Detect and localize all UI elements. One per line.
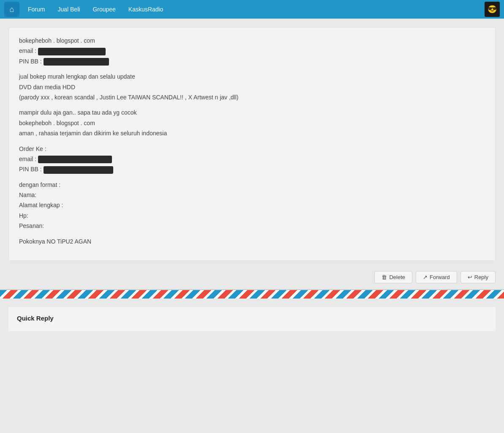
redacted-email1: [38, 48, 106, 55]
format-pesanan-line: Pesanan:: [19, 221, 485, 230]
nav-forum[interactable]: Forum: [22, 3, 51, 16]
format-nama-line: Nama:: [19, 190, 485, 200]
nav-kaskusradio[interactable]: KaskusRadio: [123, 3, 169, 16]
pin-label1: PIN BB :: [19, 58, 42, 65]
pin-line2: PIN BB :: [19, 164, 485, 174]
redacted-pin1: [44, 58, 109, 66]
avatar[interactable]: 😎: [485, 2, 500, 17]
header-block: bokepheboh . blogspot . com email : PIN …: [19, 36, 485, 66]
forward-icon: ↗: [423, 274, 428, 280]
order-block: Order Ke : email : PIN BB :: [19, 144, 485, 174]
email-label2: email :: [19, 156, 36, 162]
reply-button[interactable]: ↩ Reply: [460, 271, 496, 283]
email-line2: email :: [19, 154, 485, 164]
site-url-line: bokepheboh . blogspot . com: [19, 36, 485, 45]
visit-line3: aman , rahasia terjamin dan dikirim ke s…: [19, 129, 485, 138]
top-navigation: ⌂ Forum Jual Beli Groupee KaskusRadio 😎: [0, 0, 504, 19]
format-label-line: dengan format :: [19, 180, 485, 189]
closing-line: Pokoknya NO TiPU2 AGAN: [19, 237, 485, 246]
product-line2: DVD dan media HDD: [19, 82, 485, 92]
forward-button[interactable]: ↗ Forward: [416, 271, 457, 283]
avatar-icon: 😎: [488, 5, 497, 14]
product-line1: jual bokep murah lengkap dan selalu upda…: [19, 72, 485, 81]
nav-jualbeli[interactable]: Jual Beli: [52, 3, 86, 16]
delete-button[interactable]: 🗑 Delete: [374, 271, 412, 283]
visit-line1: mampir dulu aja gan.. sapa tau ada yg co…: [19, 108, 485, 117]
nav-right: 😎: [485, 2, 500, 17]
quick-reply-title: Quick Reply: [17, 315, 487, 323]
action-row: 🗑 Delete ↗ Forward ↩ Reply: [8, 268, 496, 289]
format-hp-line: Hp:: [19, 211, 485, 220]
quick-reply-section: Quick Reply: [8, 307, 496, 331]
reply-label: Reply: [474, 274, 488, 280]
visit-block: mampir dulu aja gan.. sapa tau ada yg co…: [19, 108, 485, 138]
email-line1: email :: [19, 46, 485, 55]
airmail-border: [0, 289, 504, 299]
forward-label: Forward: [430, 274, 450, 280]
home-icon: ⌂: [10, 5, 14, 14]
page-content: bokepheboh . blogspot . com email : PIN …: [0, 19, 504, 433]
visit-line2: bokepheboh . blogspot . com: [19, 118, 485, 128]
email-label1: email :: [19, 47, 36, 54]
pin-line1: PIN BB :: [19, 57, 485, 66]
format-alamat-line: Alamat lengkap :: [19, 200, 485, 210]
delete-label: Delete: [389, 274, 405, 280]
nav-links: Forum Jual Beli Groupee KaskusRadio: [22, 3, 169, 16]
reply-icon: ↩: [468, 274, 472, 280]
redacted-email2: [38, 156, 112, 163]
home-button[interactable]: ⌂: [4, 2, 19, 17]
nav-groupee[interactable]: Groupee: [87, 3, 121, 16]
redacted-pin2: [44, 166, 113, 174]
format-block: dengan format : Nama: Alamat lengkap : H…: [19, 180, 485, 231]
product-line3: (parody xxx , korean scandal , Justin Le…: [19, 93, 485, 102]
product-block: jual bokep murah lengkap dan selalu upda…: [19, 72, 485, 102]
message-card: bokepheboh . blogspot . com email : PIN …: [8, 27, 496, 261]
order-label-line: Order Ke :: [19, 144, 485, 153]
pin-label2: PIN BB :: [19, 166, 42, 173]
delete-icon: 🗑: [381, 274, 387, 280]
closing-block: Pokoknya NO TiPU2 AGAN: [19, 237, 485, 246]
